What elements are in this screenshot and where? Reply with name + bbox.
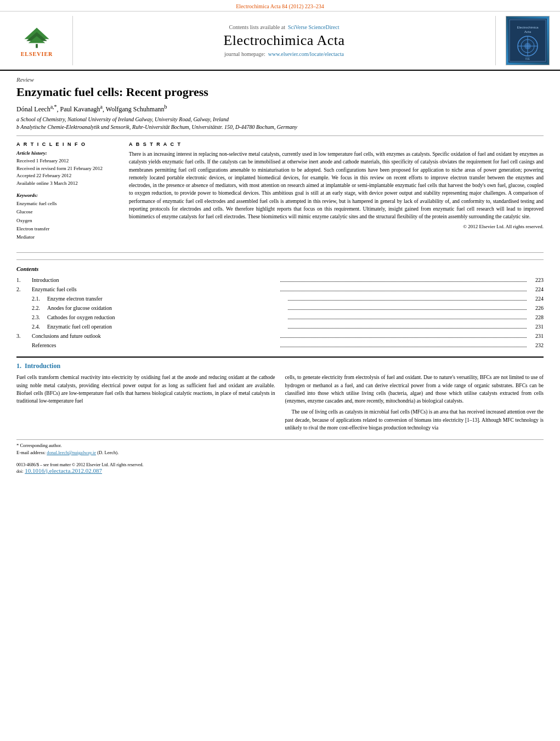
toc-page-2: 224 (528, 285, 544, 294)
page-wrapper: Electrochimica Acta 84 (2012) 223–234 EL… (0, 0, 560, 741)
corresponding-label: * Corresponding author. (16, 443, 61, 448)
toc-item-3: 3. Conclusions and future outlook 231 (16, 331, 544, 341)
email-label: E-mail address: (16, 450, 46, 455)
toc-item-23: 2.3. Cathodes for oxygen reduction 228 (16, 313, 544, 322)
elsevier-tree-icon (18, 25, 56, 50)
toc-num-21: 2.1. (32, 294, 47, 303)
keywords-title: Keywords: (16, 193, 118, 198)
elsevier-logo: ELSEVIER (12, 24, 61, 57)
toc-page-21: 224 (528, 294, 544, 303)
history-title: Article history: (16, 150, 118, 156)
introduction-section: 1. Introduction Fuel cells transform che… (16, 357, 544, 435)
journal-cover-image: Electrochimica Acta ISE (506, 16, 550, 65)
toc-dots-21 (288, 300, 527, 301)
toc-item-ref: References 232 (16, 341, 544, 350)
citation-text: Electrochimica Acta 84 (2012) 223–234 (236, 3, 324, 9)
article-info-header: A R T I C L E I N F O (16, 142, 118, 147)
article-history: Article history: Received 1 February 201… (16, 150, 118, 187)
toc-dots-22 (288, 309, 527, 310)
toc-dots-23 (288, 319, 527, 319)
toc-num-24: 2.4. (32, 322, 47, 331)
sciverse-link[interactable]: SciVerse ScienceDirect (288, 24, 340, 30)
body-left-col: Fuel cells transform chemical reactivity… (16, 374, 275, 435)
keyword-5: Mediator (16, 233, 118, 241)
homepage-line: journal homepage: www.elsevier.com/locat… (224, 51, 344, 57)
toc-label-23: Cathodes for oxygen reduction (47, 313, 286, 322)
issn-line: 0013-4686/$ – see front matter © 2012 El… (16, 461, 144, 474)
svg-text:ISE: ISE (525, 57, 530, 60)
sciverse-prefix: Contents lists available at (229, 24, 285, 30)
sup-a2: a (100, 104, 103, 110)
footer-bottom: 0013-4686/$ – see front matter © 2012 El… (16, 461, 544, 474)
journal-header: ELSEVIER Contents lists available at Sci… (0, 12, 560, 71)
intro-number: 1. (16, 362, 21, 370)
toc-label-2: Enzymatic fuel cells (32, 285, 279, 294)
body-right-col: cells, to generate electricity from elec… (285, 374, 544, 435)
article-content: Review Enzymatic fuel cells: Recent prog… (0, 71, 560, 247)
authors-text: Dónal Leecha,*, Paul Kavanagha, Wolfgang… (16, 105, 167, 113)
journal-info-center: Contents lists available at SciVerse Sci… (72, 16, 496, 65)
abstract-header: A B S T R A C T (129, 142, 544, 147)
toc-item-22: 2.2. Anodes for glucose oxidation 226 (16, 303, 544, 313)
toc-item-2: 2. Enzymatic fuel cells 224 (16, 285, 544, 294)
svg-rect-0 (36, 44, 38, 48)
top-citation-bar: Electrochimica Acta 84 (2012) 223–234 (0, 0, 560, 12)
keyword-2: Glucose (16, 208, 118, 216)
keyword-4: Electron transfer (16, 225, 118, 233)
affiliation-2: b Analytische Chemie-Elektroanalytik und… (16, 124, 544, 130)
intro-body-right: cells, to generate electricity from elec… (285, 374, 544, 432)
keyword-3: Oxygen (16, 217, 118, 225)
received-revised: Received in revised form 21 February 201… (16, 165, 118, 173)
toc-num-23: 2.3. (32, 313, 47, 322)
intro-body-left: Fuel cells transform chemical reactivity… (16, 374, 275, 405)
toc-num-1: 1. (16, 275, 32, 285)
toc-num-2: 2. (16, 285, 32, 294)
intro-para-1: Fuel cells transform chemical reactivity… (16, 374, 275, 405)
sup-a1: a,* (50, 104, 57, 110)
intro-section-title: 1. Introduction (16, 362, 544, 370)
toc-label-24: Enzymatic fuel cell operation (47, 322, 286, 331)
divider-after-affiliations (16, 135, 544, 136)
doi-label: doi: (16, 469, 23, 474)
svg-text:Acta: Acta (524, 30, 531, 33)
body-two-col: Fuel cells transform chemical reactivity… (16, 374, 544, 435)
email-footnote: E-mail address: donal.leech@nuigalway.ie… (16, 449, 544, 456)
abstract-text: There is an increasing interest in repla… (129, 150, 544, 220)
email-link[interactable]: donal.leech@nuigalway.ie (47, 450, 96, 455)
abstract-col: A B S T R A C T There is an increasing i… (129, 142, 544, 241)
doi-link[interactable]: 10.1016/j.electacta.2012.02.087 (25, 467, 102, 474)
toc-page-22: 226 (528, 303, 544, 313)
contents-title: Contents (16, 265, 544, 272)
toc-dots-3 (280, 337, 527, 338)
received-date-1: Received 1 February 2012 (16, 157, 118, 165)
toc-num-3: 3. (16, 331, 32, 341)
affiliation-1: a School of Chemistry, National Universi… (16, 116, 544, 122)
toc-item-1: 1. Introduction 223 (16, 275, 544, 285)
svg-text:Electrochimica: Electrochimica (517, 26, 539, 29)
available-online: Available online 3 March 2012 (16, 180, 118, 188)
journal-cover-section: Electrochimica Acta ISE (501, 16, 553, 65)
homepage-prefix: journal homepage: (224, 51, 265, 57)
email-suffix: (D. Leech). (97, 450, 118, 455)
corresponding-author-note: * Corresponding author. (16, 442, 544, 449)
article-info-col: A R T I C L E I N F O Article history: R… (16, 142, 118, 241)
intro-para-2: cells, to generate electricity from elec… (285, 374, 544, 405)
keywords-section: Keywords: Enzymatic fuel cells Glucose O… (16, 193, 118, 241)
sciverse-line: Contents lists available at SciVerse Sci… (229, 24, 339, 30)
article-info-abstract: A R T I C L E I N F O Article history: R… (16, 142, 544, 241)
toc-dots-24 (288, 328, 527, 329)
article-title: Enzymatic fuel cells: Recent progress (16, 85, 544, 99)
table-of-contents: Contents 1. Introduction 223 2. Enzymati… (16, 259, 544, 350)
toc-item-21: 2.1. Enzyme electron transfer 224 (16, 294, 544, 303)
toc-label-ref: References (32, 341, 279, 350)
toc-page-ref: 232 (528, 341, 544, 350)
toc-page-3: 231 (528, 331, 544, 341)
authors-line: Dónal Leecha,*, Paul Kavanagha, Wolfgang… (16, 104, 544, 114)
keyword-1: Enzymatic fuel cells (16, 200, 118, 208)
homepage-link[interactable]: www.elsevier.com/locate/electacta (268, 51, 344, 57)
toc-label-1: Introduction (32, 275, 279, 285)
sup-b: b (165, 104, 167, 110)
journal-title: Electrochimica Acta (223, 32, 344, 49)
elsevier-wordmark: ELSEVIER (21, 51, 53, 57)
toc-page-23: 228 (528, 313, 544, 322)
